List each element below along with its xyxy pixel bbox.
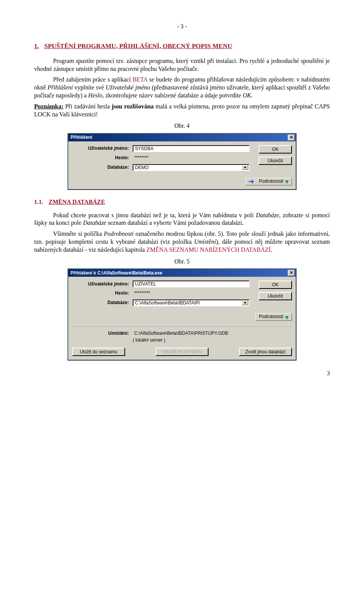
heading-1-1-number: 1.1. xyxy=(34,199,43,205)
username-label: Uživatelské jméno: xyxy=(72,281,133,287)
svg-marker-2 xyxy=(244,302,246,304)
paragraph-login: Před zahájením práce s aplikací BETA se … xyxy=(34,76,330,99)
chevron-down-icon[interactable] xyxy=(242,301,248,305)
choose-other-db-button[interactable]: Zvolit jinou databázi xyxy=(239,348,292,356)
page-number-top: - 3 - xyxy=(34,23,330,31)
heading-1-number: 1. xyxy=(34,42,39,50)
divider xyxy=(72,327,292,328)
username-input[interactable]: SYSDBA xyxy=(133,145,249,152)
text-italic: Heslo xyxy=(88,92,102,99)
chevron-down-icon[interactable] xyxy=(242,165,248,170)
database-combo[interactable]: C:\AlfaSoftware\Beta\IBDATA\PI xyxy=(133,300,249,306)
text: . xyxy=(251,92,253,99)
text: Všimněte si políčka xyxy=(53,231,104,237)
database-value: C:\AlfaSoftware\Beta\IBDATA\PI xyxy=(135,300,200,306)
username-input[interactable]: UZIVATEL xyxy=(133,281,249,287)
cancel-button[interactable]: Ukončit xyxy=(259,292,292,300)
chapter-reference: ZMĚNA SEZNAMU NABÍZENÝCH DATABÁZÍ xyxy=(146,246,271,253)
heading-1-text: SPUŠTĚNÍ PROGRAMU, PŘIHLÁŠENÍ, OBECNÝ PO… xyxy=(44,42,232,50)
triangle-down-icon xyxy=(285,180,289,183)
database-label: Databáze: xyxy=(72,300,133,306)
svg-marker-3 xyxy=(285,316,289,320)
paragraph-change-db: Pokud chcete pracovat s jinou databází n… xyxy=(34,212,330,227)
details-toggle[interactable]: Podrobnosti xyxy=(256,313,292,321)
details-toggle[interactable]: Podrobnosti xyxy=(245,178,292,185)
login-dialog-1: Přihlášení ✕ Uživatelské jméno: SYSDBA H… xyxy=(67,133,297,190)
text: . xyxy=(271,246,272,253)
text-bold: jsou rozlišována xyxy=(111,103,154,110)
details-label: Podrobnosti xyxy=(259,314,283,320)
cancel-button[interactable]: Ukončit xyxy=(259,157,292,165)
titlebar: Přihlášení ✕ xyxy=(68,134,296,141)
dialog-title: Přihlášení k C:\AlfaSoftware\Beta\Beta.e… xyxy=(71,270,288,276)
text-italic: Databáze xyxy=(256,212,279,218)
password-value[interactable]: ******** xyxy=(133,155,150,161)
ok-button[interactable]: OK xyxy=(259,281,292,289)
note-label: Poznámka: xyxy=(34,103,63,110)
details-label: Podrobnosti xyxy=(259,179,283,185)
password-label: Heslo: xyxy=(72,290,133,296)
text-italic: Umístění xyxy=(194,238,216,245)
paragraph-intro: Program spustíte pomocí tzv. zástupce pr… xyxy=(34,57,330,73)
paragraph-note: Poznámka: Při zadávání hesla jsou rozliš… xyxy=(34,103,330,119)
login-dialog-2: Přihlášení k C:\AlfaSoftware\Beta\Beta.e… xyxy=(67,268,297,361)
database-value: DEMO xyxy=(135,164,149,171)
ok-button[interactable]: OK xyxy=(259,145,292,154)
text-italic: Podrobnosti xyxy=(104,231,134,237)
heading-1-1: 1.1.ZMĚNA DATABÁZE xyxy=(34,198,330,206)
arrow-right-icon xyxy=(249,180,256,183)
remove-from-list-button[interactable]: Vyřadit ze seznamu xyxy=(155,348,209,356)
heading-1-1-text: ZMĚNA DATABÁZE xyxy=(49,199,105,205)
text-beta: BETA xyxy=(132,76,147,83)
location-sub: ( lokální server ) xyxy=(72,337,292,343)
svg-marker-1 xyxy=(285,180,289,184)
text-italic: Databáze xyxy=(83,220,106,226)
text: Před zahájením práce s aplikací xyxy=(53,76,132,83)
text-italic: Uživatelské jméno xyxy=(106,84,150,91)
text: seznam databází a vyberte Vámi požadovan… xyxy=(106,220,243,226)
text: vyplníte své xyxy=(73,84,106,91)
figure-4-label: Obr. 4 xyxy=(34,122,330,130)
figure-5-label: Obr. 5 xyxy=(34,258,330,266)
password-value[interactable]: ********* xyxy=(133,290,152,296)
close-icon[interactable]: ✕ xyxy=(288,270,295,276)
page-number-bottom: 3 xyxy=(34,370,330,378)
dialog-title: Přihlášení xyxy=(71,135,288,141)
paragraph-details: Všimněte si políčka Podrobnosti označené… xyxy=(34,230,330,254)
close-icon[interactable]: ✕ xyxy=(288,135,295,141)
triangle-down-icon xyxy=(285,315,289,319)
text: Pokud chcete pracovat s jinou databází n… xyxy=(53,212,256,218)
username-label: Uživatelské jméno: xyxy=(72,146,133,152)
text: Při zadávání hesla xyxy=(63,103,111,110)
text: , zkontrolujete název nabízené databáze … xyxy=(102,92,243,99)
database-label: Databáze: xyxy=(72,165,133,171)
svg-marker-0 xyxy=(244,167,246,168)
heading-1: 1.SPUŠTĚNÍ PROGRAMU, PŘIHLÁŠENÍ, OBECNÝ … xyxy=(34,42,330,50)
location-label: Umístění: xyxy=(72,331,133,337)
location-value: C:\AlfaSoftware\Beta\IBDATA\PRISTUPY.GDB xyxy=(134,331,228,337)
text-italic: OK xyxy=(243,92,251,99)
database-combo[interactable]: DEMO xyxy=(133,164,249,171)
password-label: Heslo: xyxy=(72,155,133,161)
save-to-list-button[interactable]: Uložit do seznamu xyxy=(72,348,125,356)
titlebar: Přihlášení k C:\AlfaSoftware\Beta\Beta.e… xyxy=(68,269,296,277)
text-italic: Přihlášení xyxy=(47,84,73,91)
